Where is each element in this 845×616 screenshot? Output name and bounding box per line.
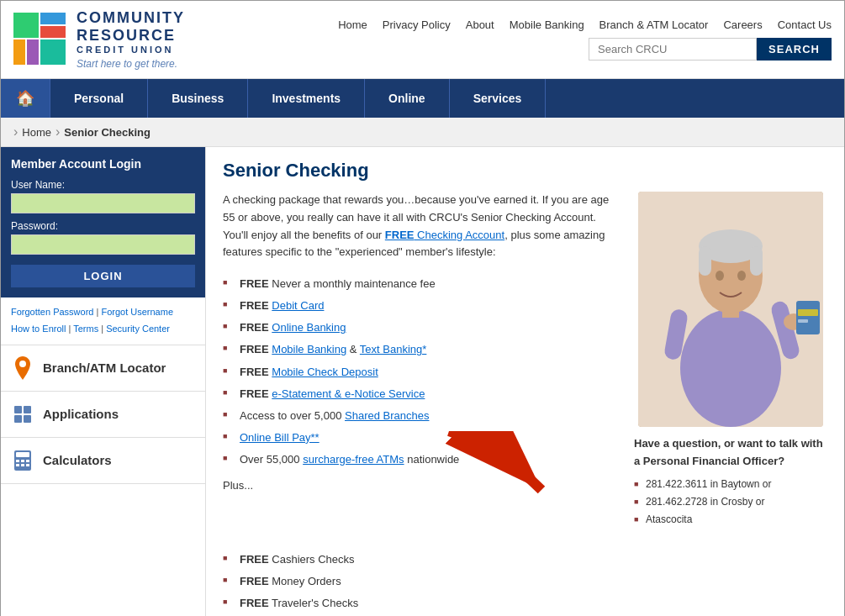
nav-online[interactable]: Online: [365, 79, 450, 118]
location-icon: [11, 356, 34, 380]
sidebar-branch-label: Branch/ATM Locator: [43, 361, 166, 375]
svg-rect-7: [14, 406, 22, 413]
content-text: A checking package that rewards you…beca…: [223, 192, 617, 616]
search-button[interactable]: SEARCH: [757, 38, 832, 61]
person-svg: [638, 192, 823, 427]
header-right: Home Privacy Policy About Mobile Banking…: [338, 18, 832, 61]
page-title: Senior Checking: [223, 160, 827, 182]
text-banking-link[interactable]: Text Banking*: [360, 343, 427, 355]
breadcrumb-home[interactable]: Home: [22, 126, 51, 139]
sidebar-applications-label: Applications: [43, 407, 119, 421]
red-arrow: [399, 431, 567, 498]
svg-rect-26: [750, 246, 763, 276]
svg-rect-16: [16, 464, 19, 466]
list-item: FREE Never a monthly maintenance fee: [223, 273, 617, 295]
main-layout: Member Account Login User Name: Password…: [1, 147, 844, 616]
login-links: Forgotten Password | Forgot Username How…: [1, 297, 205, 345]
svg-rect-32: [798, 309, 818, 316]
shared-branches-link[interactable]: Shared Branches: [345, 409, 429, 422]
logo-icon: [13, 13, 68, 67]
svg-rect-12: [16, 452, 29, 457]
breadcrumb-arrow: ›: [13, 124, 18, 140]
svg-rect-1: [40, 13, 66, 24]
logo-tagline: Start here to get there.: [77, 58, 177, 70]
svg-rect-33: [798, 319, 808, 323]
svg-rect-14: [21, 460, 24, 462]
main-content: Senior Checking A checking package that …: [206, 147, 844, 616]
list-item: FREE e-Statement & e-Notice Service: [223, 383, 617, 405]
bill-pay-link[interactable]: Online Bill Pay**: [240, 431, 320, 444]
sidebar-menu: Branch/ATM Locator Applications: [1, 345, 205, 484]
logo-line3: CREDIT UNION: [77, 45, 173, 55]
svg-rect-0: [13, 13, 39, 38]
sidebar-item-applications[interactable]: Applications: [1, 392, 205, 438]
svg-rect-3: [13, 39, 25, 65]
intro-paragraph: A checking package that rewards you…beca…: [223, 192, 617, 261]
svg-rect-17: [21, 464, 24, 466]
svg-rect-4: [27, 39, 39, 65]
sidebar-item-calculators[interactable]: Calculators: [1, 438, 205, 484]
estatement-link[interactable]: e-Statement & e-Notice Service: [272, 387, 425, 400]
applications-icon: [11, 403, 34, 426]
contact-phones: 281.422.3611 in Baytown or 281.462.2728 …: [634, 476, 827, 529]
svg-rect-8: [24, 406, 31, 413]
logo-area: COMMUNITY RESOURCE CREDIT UNION Start he…: [13, 9, 185, 70]
forgotten-password-link[interactable]: Forgotten Password: [11, 307, 93, 317]
nav-about[interactable]: About: [466, 18, 494, 31]
svg-rect-9: [14, 415, 22, 423]
phone-atascocita: Atascocita: [634, 511, 827, 529]
password-input[interactable]: [11, 234, 195, 255]
svg-rect-13: [16, 460, 19, 462]
password-label: Password:: [11, 220, 195, 232]
side-image-area: Have a question, or want to talk with a …: [634, 192, 827, 616]
nav-business[interactable]: Business: [148, 79, 248, 118]
login-button[interactable]: LOGIN: [11, 265, 195, 287]
nav-careers[interactable]: Careers: [723, 18, 762, 31]
svg-rect-18: [26, 464, 29, 466]
login-box: Member Account Login User Name: Password…: [1, 147, 205, 297]
breadcrumb-separator: ›: [55, 124, 60, 140]
nav-mobile[interactable]: Mobile Banking: [510, 18, 584, 31]
svg-point-6: [19, 361, 26, 367]
plus-benefits-list: FREE Cashiers Checks FREE Money Orders F…: [223, 549, 617, 616]
free-checking-link[interactable]: FREE Checking Account: [385, 229, 504, 241]
nav-personal[interactable]: Personal: [50, 79, 148, 118]
list-item: FREE Money Orders: [223, 571, 617, 592]
search-bar: SEARCH: [589, 38, 832, 61]
svg-rect-15: [26, 460, 29, 462]
arrow-area: [223, 498, 617, 549]
terms-link[interactable]: Terms: [73, 324, 98, 334]
forgot-username-link[interactable]: Forgot Username: [101, 307, 173, 317]
nav-investments[interactable]: Investments: [248, 79, 365, 118]
logo-line2: RESOURCE: [77, 27, 176, 45]
svg-rect-2: [40, 26, 66, 38]
sidebar-calculators-label: Calculators: [43, 453, 112, 467]
logo-line1: COMMUNITY: [77, 9, 185, 27]
security-link[interactable]: Security Center: [106, 324, 170, 334]
svg-rect-10: [24, 415, 31, 423]
contact-question: Have a question, or want to talk with a …: [634, 435, 827, 471]
svg-rect-31: [796, 301, 820, 334]
online-banking-link[interactable]: Online Banking: [272, 321, 346, 334]
surcharge-free-link[interactable]: surcharge-free ATMs: [303, 453, 404, 466]
mobile-check-link[interactable]: Mobile Check Deposit: [272, 366, 378, 378]
sidebar: Member Account Login User Name: Password…: [1, 147, 206, 616]
breadcrumb: › Home › Senior Checking: [1, 118, 844, 147]
top-nav: Home Privacy Policy About Mobile Banking…: [338, 18, 832, 31]
mobile-banking-link[interactable]: Mobile Banking: [272, 343, 346, 355]
nav-privacy[interactable]: Privacy Policy: [383, 18, 451, 31]
nav-contact[interactable]: Contact Us: [778, 18, 832, 31]
content-and-image: A checking package that rewards you…beca…: [223, 192, 827, 616]
debit-card-link[interactable]: Debit Card: [272, 299, 324, 312]
svg-rect-5: [40, 39, 66, 65]
enroll-link[interactable]: How to Enroll: [11, 324, 66, 334]
sidebar-item-branch[interactable]: Branch/ATM Locator: [1, 345, 205, 392]
search-input[interactable]: [589, 38, 757, 61]
nav-branch[interactable]: Branch & ATM Locator: [599, 18, 709, 31]
nav-services[interactable]: Services: [450, 79, 547, 118]
list-item: FREE Mobile Check Deposit: [223, 361, 617, 383]
nav-home[interactable]: Home: [338, 18, 367, 31]
home-icon-button[interactable]: 🏠: [1, 79, 50, 118]
main-nav: 🏠 Personal Business Investments Online S…: [1, 79, 844, 118]
username-input[interactable]: [11, 193, 195, 213]
